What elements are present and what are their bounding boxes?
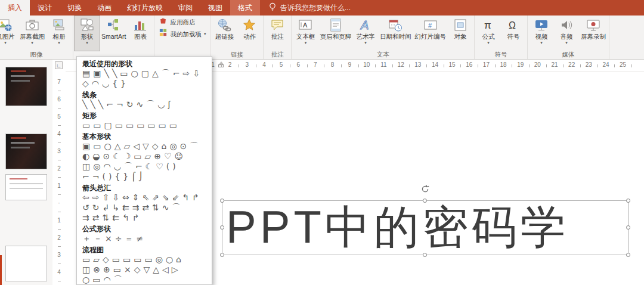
slide-number-button[interactable]: # 幻灯片编号 ▾ xyxy=(413,16,448,51)
slide-thumbnail-panel[interactable] xyxy=(0,60,52,285)
tab-stop-selector-icon[interactable]: ∟ xyxy=(55,61,63,69)
wordart-icon: A xyxy=(358,17,373,33)
slide-thumbnail[interactable] xyxy=(5,67,47,106)
ruler-number: 17 xyxy=(483,61,490,68)
shape-gallery-row[interactable]: ⇉⇄⇅⇇↰↱ xyxy=(77,213,212,223)
shape-gallery-row[interactable]: ▭▭▢▭▭▭▭▭▭ xyxy=(77,120,212,131)
header-footer-icon xyxy=(329,17,343,33)
action-button[interactable]: 动作 ▾ xyxy=(237,16,262,51)
button-label: 相册 xyxy=(53,33,66,40)
shape-gallery-row[interactable]: ▣▭○△▱◁▽◇⌂◎⊙⌒ xyxy=(77,141,212,151)
date-time-button[interactable]: 日期和时间 ▾ xyxy=(378,16,413,51)
vertical-ruler: ∟ 7654321·1234 xyxy=(52,60,66,285)
shape-gallery-row[interactable]: ▭▱◇▭▭▭▭◎○⌂ xyxy=(77,255,212,265)
dropdown-arrow-icon: ▾ xyxy=(565,41,568,45)
ruler-number: 2 xyxy=(57,234,61,241)
ruler-number: 11 xyxy=(380,61,386,68)
smartart-button[interactable]: SmartArt ▾ xyxy=(100,16,128,51)
video-icon xyxy=(534,17,549,33)
my-addins-button[interactable]: 我的加载项 ▾ xyxy=(156,28,209,39)
shape-gallery-row[interactable]: ╲╲╲⌐¬↻∿⌒◡ʃ xyxy=(77,100,212,110)
slide-title-text[interactable]: PPT中的密码学 xyxy=(222,201,628,255)
resize-handle-e[interactable] xyxy=(626,225,630,230)
resize-handle-s[interactable] xyxy=(423,253,427,257)
wordart-button[interactable]: A 艺术字 ▾ xyxy=(353,16,378,51)
shape-gallery-row[interactable]: ↺↻↲↳⇇⇉⇄⇅∿⌒ xyxy=(77,203,212,213)
button-label: 艺术字 xyxy=(356,33,375,40)
shape-section: 线条 ╲╲╲⌐¬↻∿⌒◡ʃ xyxy=(77,89,212,110)
tab-format[interactable]: 格式 xyxy=(230,0,260,16)
tab-label: 设计 xyxy=(38,3,52,13)
dropdown-arrow-icon: ▾ xyxy=(31,41,33,45)
shape-gallery-row[interactable]: ＋－×÷＝≠ xyxy=(77,234,212,244)
selected-text-box[interactable]: PPT中的密码学 xyxy=(222,200,628,255)
button-label: 日期和时间 xyxy=(380,33,411,40)
audio-button[interactable]: 音频 ▾ xyxy=(554,16,579,51)
ruler-number: 23 xyxy=(586,61,592,68)
button-label: 屏幕截图 xyxy=(20,33,45,40)
text-box-button[interactable]: A 文本框 ▾ xyxy=(293,16,318,51)
resize-handle-nw[interactable] xyxy=(220,199,224,203)
slide-thumbnail[interactable] xyxy=(5,134,47,169)
shape-gallery-row[interactable]: ◫◎◠◡⌒⌐☾♡() xyxy=(77,162,212,172)
object-button[interactable]: 对象 ▾ xyxy=(448,16,473,51)
ribbon-group-illustrations: 形状 ▾ SmartArt ▾ 图表 ▾ xyxy=(73,16,154,59)
chart-button[interactable]: 图表 ▾ xyxy=(128,16,153,51)
ruler-number: 15 xyxy=(449,61,456,68)
shape-section-title: 矩形 xyxy=(77,110,212,120)
hyperlink-button[interactable]: 超链接 ▾ xyxy=(212,16,237,51)
resize-handle-sw[interactable] xyxy=(220,253,224,257)
ruler-number: 18 xyxy=(500,61,506,68)
button-label: 对象 xyxy=(454,33,466,40)
tab-view[interactable]: 视图 xyxy=(200,0,230,16)
rotate-handle[interactable] xyxy=(420,184,430,196)
tab-review[interactable]: 审阅 xyxy=(171,0,200,16)
shape-gallery-row[interactable]: ○▭◠⌒ xyxy=(77,275,212,285)
comment-button[interactable]: 批注 ▾ xyxy=(265,16,290,51)
shape-gallery-row[interactable]: ⌐¬(){}⌠⌡ xyxy=(77,172,212,182)
ruler-number: 25 xyxy=(620,61,626,68)
header-footer-button[interactable]: 页眉和页脚 ▾ xyxy=(318,16,353,51)
shapes-icon xyxy=(80,17,94,33)
svg-text:A: A xyxy=(360,18,369,32)
shape-gallery-row[interactable]: ◫⊗⊕▭×◇▽△◁▷ xyxy=(77,265,212,275)
resize-handle-ne[interactable] xyxy=(626,199,630,203)
shapes-button[interactable]: 形状 ▾ xyxy=(75,16,100,51)
shape-gallery-row[interactable]: ◇◠◡{} xyxy=(77,79,212,89)
ribbon-group-add-ins: 应用商店 ▾ 我的加载项 ▾ xyxy=(154,16,210,59)
tab-animations[interactable]: 动画 xyxy=(89,0,119,16)
my-addins-icon xyxy=(159,28,168,39)
ruler-number: 5 xyxy=(280,61,283,68)
shape-gallery-row[interactable]: ◐◒⊙☾☽▭▱⊕♡☺ xyxy=(77,151,212,162)
resize-handle-n[interactable] xyxy=(423,199,427,203)
tell-me-box[interactable]: 告诉我您想要做什么... xyxy=(268,0,351,16)
button-label: 幻灯片编号 xyxy=(414,33,446,40)
dropdown-arrow-icon: ▾ xyxy=(487,41,490,45)
resize-handle-se[interactable] xyxy=(626,253,630,257)
video-button[interactable]: 视频 ▾ xyxy=(529,16,554,51)
tab-transitions[interactable]: 切换 xyxy=(60,0,89,16)
store-button[interactable]: 应用商店 ▾ xyxy=(156,16,209,27)
shape-section-title: 最近使用的形状 xyxy=(77,58,212,69)
button-label: SmartArt xyxy=(101,33,126,40)
tab-label: 插入 xyxy=(8,3,22,13)
equation-button[interactable]: π 公式 ▾ xyxy=(476,16,501,51)
tab-label: 动画 xyxy=(97,3,112,13)
resize-handle-w[interactable] xyxy=(220,225,224,230)
photo-album-button[interactable]: 相册 ▾ xyxy=(47,16,72,51)
slide-thumbnail[interactable] xyxy=(5,174,47,200)
symbol-button[interactable]: Ω 符号 ▾ xyxy=(501,16,526,51)
object-icon xyxy=(453,17,467,33)
tab-insert[interactable]: 插入 xyxy=(0,0,30,16)
tab-design[interactable]: 设计 xyxy=(30,0,60,16)
slide-thumbnail[interactable] xyxy=(5,246,47,281)
online-pictures-button[interactable]: 机图片 ▾ xyxy=(0,16,18,51)
shape-gallery-row[interactable]: ▤▣╲╲▭○▢△⌒⌐⇨⇩ xyxy=(77,69,212,79)
shape-gallery-row[interactable]: ⇦⇨⇧⇩⇔⇕⇖⇗⇘⇙↰↱ xyxy=(77,193,212,203)
screenshot-button[interactable]: 屏幕截图 ▾ xyxy=(18,16,47,51)
ruler-number: 1 xyxy=(57,217,61,224)
ruler-number: 6 xyxy=(57,96,61,103)
ribbon-group-label: 媒体 xyxy=(529,51,608,59)
tab-slideshow[interactable]: 幻灯片放映 xyxy=(119,0,171,16)
screen-record-button[interactable]: 屏幕录制 ▾ xyxy=(579,16,608,51)
